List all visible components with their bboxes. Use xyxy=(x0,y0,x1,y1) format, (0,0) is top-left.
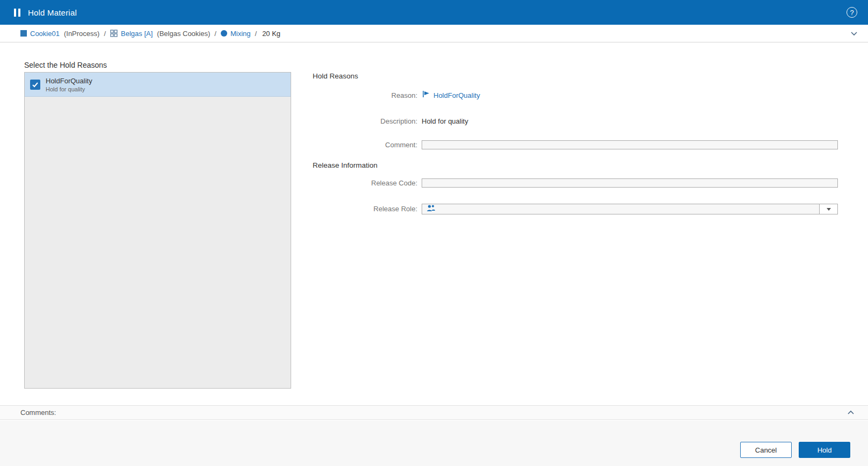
breadcrumb-step-link[interactable]: Mixing xyxy=(230,30,251,38)
release-code-input[interactable] xyxy=(422,178,838,188)
cancel-button[interactable]: Cancel xyxy=(740,442,792,458)
breadcrumb-product: Belgas [A] (Belgas Cookies) xyxy=(110,30,210,38)
breadcrumb-step: Mixing xyxy=(221,30,251,38)
reason-item-texts: HoldForQuality Hold for quality xyxy=(46,77,92,92)
chevron-down-icon[interactable] xyxy=(850,29,858,38)
comment-label: Comment: xyxy=(313,141,417,149)
description-row: Description: Hold for quality xyxy=(313,116,838,126)
release-role-row: Release Role: xyxy=(313,199,838,218)
material-icon xyxy=(20,30,27,37)
page-title: Hold Material xyxy=(28,8,77,17)
step-icon xyxy=(221,30,227,37)
people-icon xyxy=(426,204,436,214)
breadcrumb-separator: / xyxy=(255,30,257,38)
description-label: Description: xyxy=(313,117,417,125)
comment-row: Comment: xyxy=(313,135,838,154)
comment-input[interactable] xyxy=(422,140,838,149)
reason-label: Reason: xyxy=(313,91,417,99)
release-role-label: Release Role: xyxy=(313,205,417,213)
release-role-dropdown-button[interactable] xyxy=(819,204,837,214)
app-header: Hold Material ? xyxy=(0,0,868,25)
hold-reasons-heading: Hold Reasons xyxy=(313,72,358,80)
reason-item-name: HoldForQuality xyxy=(46,77,92,85)
hold-pause-icon xyxy=(14,9,20,17)
breadcrumb: Cookie01 (InProcess) / Belgas [A] (Belga… xyxy=(0,25,868,42)
release-information-heading: Release Information xyxy=(313,161,378,169)
product-icon xyxy=(110,30,118,37)
hold-reason-listbox: HoldForQuality Hold for quality xyxy=(24,72,291,389)
breadcrumb-product-link[interactable]: Belgas [A] xyxy=(121,30,153,38)
hold-button[interactable]: Hold xyxy=(799,442,850,458)
comments-label: Comments: xyxy=(20,408,56,417)
reason-row: Reason: HoldForQuality xyxy=(313,90,838,101)
quantity-label: 20 Kg xyxy=(262,30,280,38)
material-state-label: (InProcess) xyxy=(64,30,99,38)
breadcrumb-material-link[interactable]: Cookie01 xyxy=(30,30,60,38)
release-role-input[interactable] xyxy=(422,204,838,214)
breadcrumb-separator: / xyxy=(104,30,106,38)
chevron-up-icon[interactable] xyxy=(847,408,855,417)
footer: Cancel Hold xyxy=(0,420,868,466)
reason-item-description: Hold for quality xyxy=(46,86,92,92)
footer-buttons: Cancel Hold xyxy=(740,442,850,458)
breadcrumb-separator: / xyxy=(214,30,216,38)
flag-icon xyxy=(422,90,430,101)
release-code-row: Release Code: xyxy=(313,174,838,192)
product-desc-label: (Belgas Cookies) xyxy=(157,30,210,38)
list-item[interactable]: HoldForQuality Hold for quality xyxy=(25,73,291,97)
reason-list-title: Select the Hold Reasons xyxy=(24,61,107,69)
description-value: Hold for quality xyxy=(422,117,468,125)
comments-bar[interactable]: Comments: xyxy=(0,405,868,420)
checkbox-checked-icon[interactable] xyxy=(30,80,40,90)
reason-value-link[interactable]: HoldForQuality xyxy=(433,91,480,99)
release-code-label: Release Code: xyxy=(313,179,417,187)
help-icon[interactable]: ? xyxy=(847,7,857,18)
breadcrumb-material: Cookie01 (InProcess) xyxy=(20,30,99,38)
